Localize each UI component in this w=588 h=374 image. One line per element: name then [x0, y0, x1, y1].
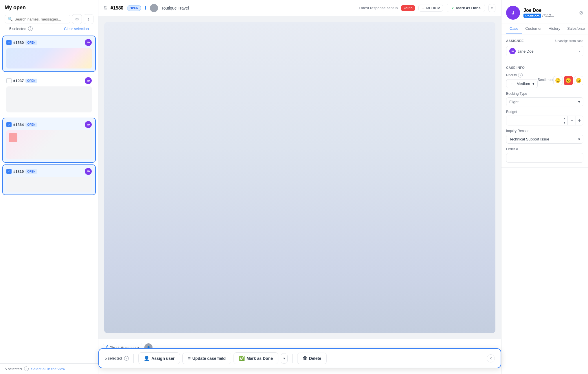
top-bar: ⎘ #1580 OPEN f Toutique Travel Latest re…: [98, 0, 501, 16]
assignee-select[interactable]: JD Jane Doe ▾: [506, 46, 583, 56]
conversation-card-1819[interactable]: #1819 OPEN JD: [2, 164, 96, 195]
conv-status-1580: OPEN: [25, 40, 37, 45]
inquiry-reason-label: Inquiry Reason: [506, 129, 583, 133]
conv-preview-1937: [6, 86, 92, 112]
sentiment-label: Sentiment: [538, 76, 553, 84]
bottom-selection-bar: 5 selected ? Select all in the view: [0, 363, 98, 374]
mark-done-dropdown[interactable]: ▾: [488, 4, 495, 12]
sort-icon: ↕: [88, 17, 90, 21]
conv-card-header-1864: #1864 OPEN JD: [6, 121, 92, 128]
conv-status-1864: OPEN: [25, 123, 37, 127]
budget-input[interactable]: [506, 116, 561, 125]
budget-plus-btn[interactable]: +: [576, 116, 583, 125]
conv-checkbox-1580[interactable]: [6, 40, 12, 45]
conv-id-1580: #1580: [13, 40, 24, 45]
conv-left: #1580 OPEN: [6, 40, 37, 45]
mark-done-button-top[interactable]: ✓ Mark as Done: [447, 4, 485, 12]
priority-col: Priority ? → Medium ▾: [506, 73, 538, 88]
select-all-link[interactable]: Select all in the view: [31, 367, 65, 371]
search-icon: 🔍: [8, 17, 13, 21]
conv-avatar-1819: JD: [85, 168, 92, 175]
conv-avatar-1580: JD: [85, 39, 92, 46]
unassign-link[interactable]: Unassign from case: [555, 39, 583, 42]
booking-type-value: Flight: [509, 100, 519, 104]
tab-customer[interactable]: Customer: [522, 23, 545, 34]
mark-done-caret[interactable]: ▾: [281, 353, 288, 364]
tab-case[interactable]: Case: [506, 23, 522, 34]
selection-row: 5 selected ? Clear selection: [5, 24, 93, 33]
ticket-status-badge: OPEN: [127, 5, 141, 11]
customer-header: J Joe Doe FACEBOOK /7112... ⊘: [501, 0, 588, 23]
clear-selection-link[interactable]: Clear selection: [64, 27, 89, 31]
filter-button[interactable]: ⚙: [72, 14, 82, 24]
conversation-card-1937[interactable]: #1937 OPEN JD: [2, 74, 96, 116]
budget-minus-btn[interactable]: −: [568, 116, 575, 125]
contact-avatar: [150, 4, 158, 12]
conv-status-1819: OPEN: [25, 169, 37, 174]
filter-icon: ⚙: [75, 17, 79, 21]
budget-up-btn[interactable]: ▲: [561, 116, 567, 121]
help-icon: ?: [28, 26, 33, 31]
booking-type-label: Booking Type: [506, 92, 583, 96]
assign-user-icon: 👤: [144, 356, 150, 361]
block-icon[interactable]: ⊘: [579, 10, 583, 16]
sentiment-happy-btn[interactable]: 🙂: [553, 76, 563, 85]
conv-status-1937: OPEN: [25, 79, 37, 83]
bulk-separator-2: [292, 354, 293, 363]
copy-icon[interactable]: ⎘: [104, 5, 107, 11]
sentiment-buttons: 🙂 😠 😐: [553, 76, 583, 85]
conv-id-1864: #1864: [13, 123, 24, 127]
search-box[interactable]: 🔍: [5, 15, 70, 23]
panel-tabs: Case Customer History Salesforce: [501, 23, 588, 34]
right-panel: J Joe Doe FACEBOOK /7112... ⊘ Case Custo…: [501, 0, 588, 374]
mark-done-label-top: Mark as Done: [456, 6, 481, 10]
conversation-card-1580[interactable]: #1580 OPEN JD: [2, 36, 96, 72]
arrow-right-icon: →: [422, 6, 425, 10]
conv-checkbox-1937[interactable]: [6, 78, 12, 83]
conv-avatar-1864: JD: [85, 121, 92, 128]
sentiment-angry-btn[interactable]: 😠: [564, 76, 573, 85]
conv-preview-1819: [6, 177, 92, 192]
priority-badge[interactable]: → MEDIUM: [418, 5, 444, 12]
sidebar-title: My open: [5, 5, 93, 11]
update-case-button[interactable]: ≡ Update case field: [182, 353, 231, 364]
budget-down-btn[interactable]: ▼: [561, 121, 567, 125]
latest-response-label: Latest response sent in: [359, 6, 398, 10]
booking-type-select[interactable]: Flight ▾: [506, 97, 583, 106]
priority-label: MEDIUM: [426, 6, 440, 10]
delete-button[interactable]: 🗑 Delete: [297, 353, 327, 364]
case-info-section: CASE INFO Priority ? → Medium ▾: [501, 61, 588, 168]
conv-left-1864: #1864 OPEN: [6, 122, 37, 127]
priority-label: Priority ?: [506, 73, 538, 77]
sentiment-neutral-btn[interactable]: 😐: [574, 76, 583, 85]
delete-icon: 🗑: [303, 356, 307, 361]
inquiry-reason-select[interactable]: Technical Support Issue ▾: [506, 135, 583, 144]
assign-user-button[interactable]: 👤 Assign user: [138, 352, 180, 364]
conversation-card-1864[interactable]: #1864 OPEN JD: [2, 118, 96, 163]
conv-left-1819: #1819 OPEN: [6, 169, 37, 174]
search-input[interactable]: [14, 17, 67, 21]
tab-history[interactable]: History: [545, 23, 564, 34]
bulk-mark-done-button[interactable]: ✅ Mark as Done: [234, 352, 278, 364]
order-input[interactable]: [506, 153, 583, 163]
conv-avatar-1937: JD: [85, 77, 92, 84]
conv-id-1819: #1819: [13, 169, 24, 174]
bulk-separator-1: [133, 354, 134, 363]
assignee-avatar: JD: [509, 48, 516, 54]
customer-avatar-large: J: [506, 6, 520, 20]
sidebar: My open 🔍 ⚙ ↕ 5 selected: [0, 0, 98, 374]
main-row: My open 🔍 ⚙ ↕ 5 selected: [0, 0, 588, 374]
priority-select[interactable]: → Medium ▾: [506, 79, 538, 88]
bulk-close-button[interactable]: ×: [487, 354, 495, 362]
bulk-action-bar: 5 selected ? 👤 Assign user ≡ Update case…: [98, 348, 501, 368]
conv-checkbox-1819[interactable]: [6, 169, 12, 174]
bulk-mark-done-label: Mark as Done: [247, 356, 273, 361]
budget-label: Budget: [506, 110, 583, 114]
chat-background: [104, 22, 495, 333]
sidebar-header: My open 🔍 ⚙ ↕ 5 selected: [0, 0, 98, 36]
conv-checkbox-1864[interactable]: [6, 122, 12, 127]
bulk-selected-count: 5 selected: [105, 356, 122, 360]
bottom-help-icon: ?: [24, 366, 29, 371]
sort-button[interactable]: ↕: [84, 14, 93, 24]
tab-salesforce[interactable]: Salesforce: [564, 23, 588, 34]
